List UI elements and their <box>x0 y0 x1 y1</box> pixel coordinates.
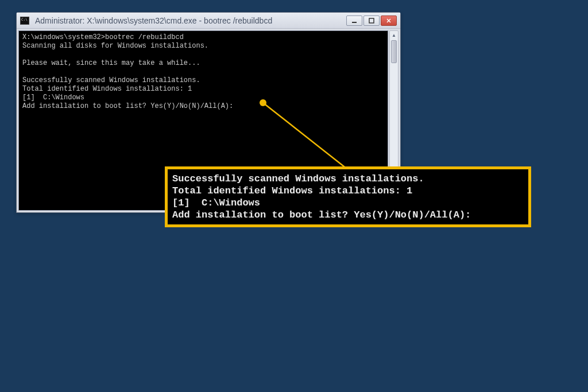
terminal-line: X:\windows\system32>bootrec /rebuildbcd <box>22 33 384 42</box>
callout-leader-dot-icon <box>260 99 266 106</box>
window-controls <box>346 15 397 26</box>
callout-line: Total identified Windows installations: … <box>172 185 524 197</box>
maximize-button[interactable] <box>363 15 380 26</box>
terminal-blank <box>22 51 384 59</box>
terminal-line: Successfully scanned Windows installatio… <box>22 76 384 85</box>
titlebar[interactable]: Administrator: X:\windows\system32\cmd.e… <box>17 13 400 29</box>
zoom-callout: Successfully scanned Windows installatio… <box>165 166 531 227</box>
close-button[interactable] <box>381 15 397 26</box>
svg-rect-0 <box>352 22 357 23</box>
terminal-line: Please wait, since this may take a while… <box>22 59 384 68</box>
terminal-line: [1] C:\Windows <box>22 94 384 102</box>
terminal-line: Add installation to boot list? Yes(Y)/No… <box>22 102 384 111</box>
window-title: Administrator: X:\windows\system32\cmd.e… <box>35 16 346 25</box>
scroll-up-arrow-icon[interactable]: ▲ <box>390 31 398 39</box>
callout-line: Successfully scanned Windows installatio… <box>172 173 524 185</box>
terminal-blank <box>22 68 384 76</box>
minimize-button[interactable] <box>346 15 362 26</box>
cmd-icon <box>20 17 29 25</box>
scroll-thumb[interactable] <box>391 40 397 63</box>
callout-line: Add installation to boot list? Yes(Y)/No… <box>172 209 524 221</box>
terminal-line: Total identified Windows installations: … <box>22 85 384 94</box>
svg-rect-1 <box>369 18 374 23</box>
terminal-line: Scanning all disks for Windows installat… <box>22 42 384 51</box>
callout-line: [1] C:\Windows <box>172 197 524 209</box>
